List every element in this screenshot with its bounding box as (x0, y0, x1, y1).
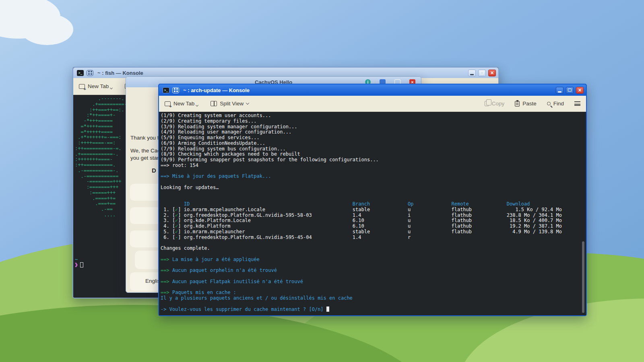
terminal-arch-update[interactable]: (1/9) Creating system user accounts...(2… (159, 112, 586, 315)
bracket: ] (178, 224, 181, 229)
konsole-icon: >_ (163, 87, 169, 93)
window-title: ~ : arch-update — Konsole (183, 87, 250, 93)
new-tab-icon (79, 84, 85, 89)
terminal-line: (7/9) Reloading system bus configuration… (161, 146, 584, 152)
terminal-line (161, 251, 584, 257)
operation: i (408, 213, 411, 218)
paste-icon (515, 101, 520, 107)
branch: stable (353, 229, 370, 235)
package-id: io.mrarm.mcpelauncher (184, 229, 245, 235)
terminal-line: ==> La mise à jour a été appliquée (161, 257, 584, 263)
terminal-line: ==> Paquets mis en cache : (161, 290, 584, 296)
terminal-text: :*++====+- (75, 112, 116, 118)
new-tab-button[interactable]: New Tab (79, 83, 114, 89)
paste-button[interactable]: Paste (515, 101, 537, 107)
new-tab-label: New Tab (173, 101, 194, 107)
maximize-button[interactable] (478, 70, 486, 76)
terminal-text: Looking for updates… (161, 185, 219, 190)
terminal-line: (9/9) Performing snapper post snapshots … (161, 157, 584, 163)
prompt-path: ~ (75, 257, 78, 262)
close-button[interactable]: × (488, 70, 496, 76)
terminal-text: ==> (161, 267, 172, 273)
new-tab-button[interactable]: New Tab (165, 101, 199, 107)
flatpak-table-row: 5. [✓]io.mrarm.mcpelauncherstableuflathu… (161, 229, 584, 235)
flatpak-table-header: IDBranchOpRemoteDownload (161, 202, 584, 207)
operation: u (408, 224, 411, 229)
chevron-down-icon (196, 104, 198, 107)
terminal-text: :++===++==:. (75, 107, 124, 113)
terminal-text: .===+== (75, 201, 116, 206)
terminal-text: =*++++===== (75, 123, 113, 129)
terminal-text: .... (75, 212, 116, 218)
paste-label: Paste (522, 101, 537, 107)
terminal-line: (1/9) Creating system user accounts... (161, 113, 584, 119)
checkmark: ✓ (175, 218, 178, 224)
terminal-text: ==> (161, 279, 172, 284)
bracket: ] (178, 218, 181, 224)
flatpak-table-row: 6. [-]org.freedesktop.Platform.GL.nvidia… (161, 235, 584, 241)
copy-button[interactable]: Copy (485, 101, 505, 107)
row-number: 1. [ (161, 207, 175, 213)
terminal-line (161, 196, 584, 202)
close-button[interactable]: × (576, 87, 584, 94)
terminal-text: Aucun paquet orphelin n'a été trouvé (172, 267, 277, 273)
minimize-button[interactable] (556, 87, 564, 94)
terminal-text: :+++++++====- (75, 156, 113, 162)
terminal-text: :++++====-==: (75, 140, 116, 146)
terminal-text: (7/9) Reloading system bus configuration… (161, 146, 286, 152)
terminal-text: :=======+++ (75, 184, 118, 190)
hello-intro-text: you get star (130, 155, 159, 161)
terminal-text: (2/9) Creating temporary files... (161, 118, 256, 124)
terminal-line (161, 274, 584, 279)
remote: flathub (451, 229, 472, 235)
split-view-icon (211, 101, 217, 106)
terminal-line: Il y a plusieurs paquets anciens et / ou… (161, 296, 584, 301)
split-view-button[interactable]: Split View (211, 101, 249, 107)
find-button[interactable]: Find (547, 101, 564, 107)
terminal-text: ==> (161, 257, 172, 262)
flatpak-table-row: 3. [✓]org.kde.Platform.Locale6.10uflathu… (161, 218, 584, 224)
remote: flathub (451, 224, 472, 229)
menu-button[interactable] (574, 101, 580, 106)
checkmark: ✓ (175, 213, 178, 218)
terminal-line (161, 301, 584, 307)
branch: 6.10 (353, 224, 364, 229)
terminal-text: Changes complete. (161, 245, 210, 251)
terminal-text: .+===========-. (75, 151, 118, 157)
terminal-scrollbar[interactable] (582, 241, 584, 313)
remote: flathub (451, 207, 472, 213)
branch: 1.4 (353, 213, 361, 218)
terminal-text: (5/9) Enqueuing marked services... (161, 135, 260, 140)
hello-section-heading: D (152, 167, 156, 174)
terminal-line (161, 169, 584, 174)
maximize-button[interactable] (566, 87, 574, 94)
terminal-text: :++==========. (75, 162, 116, 168)
desktop: >_ ~ : fish — Konsole × New Tab Split Vi… (0, 0, 644, 362)
flatpak-table-row: 2. [✓]org.freedesktop.Platform.GL.nvidia… (161, 213, 584, 218)
titlebar-arch-update[interactable]: >_ ~ : arch-update — Konsole × (159, 84, 586, 96)
package-id: org.freedesktop.Platform.GL.nvidia-595-4… (184, 235, 312, 241)
download-size: 4.9 Mo / 139.8 Mo (507, 229, 562, 235)
window-menu-grid-icon[interactable] (172, 87, 179, 93)
minimize-button[interactable] (468, 70, 476, 76)
flatpak-table-row: 4. [✓]org.kde.Platform6.10uflathub19.2 M… (161, 224, 584, 229)
flatpak-table-row: 1. [✓]io.mrarm.mcpelauncher.Localestable… (161, 207, 584, 213)
terminal-text: ==> Mise à jour des paquets Flatpak... (161, 173, 271, 179)
terminal-line (161, 240, 584, 246)
terminal-text: (6/9) Arming ConditionNeedsUpdate... (161, 140, 265, 146)
window-title: ~ : fish — Konsole (97, 70, 143, 76)
window-menu-grid-icon[interactable] (87, 70, 93, 76)
row-number: 5. [ (161, 229, 175, 235)
terminal-text: ==> (161, 290, 172, 295)
terminal-text: Paquets mis en cache : (172, 290, 236, 295)
bracket: ] (178, 229, 181, 235)
terminal-text: .-==========-. (75, 168, 118, 173)
terminal-line: (4/9) Reloading user manager configurati… (161, 130, 584, 135)
terminal-text: (8/9) Checking which packages need to be… (161, 151, 300, 157)
terminal-text: -*+++===== (75, 118, 113, 123)
terminal-line: (8/9) Checking which packages need to be… (161, 152, 584, 157)
column-header: Branch (353, 202, 370, 207)
checkmark: - (175, 235, 178, 241)
checkmark: ✓ (175, 229, 178, 235)
terminal-text: ==> root: 154 (161, 162, 198, 168)
